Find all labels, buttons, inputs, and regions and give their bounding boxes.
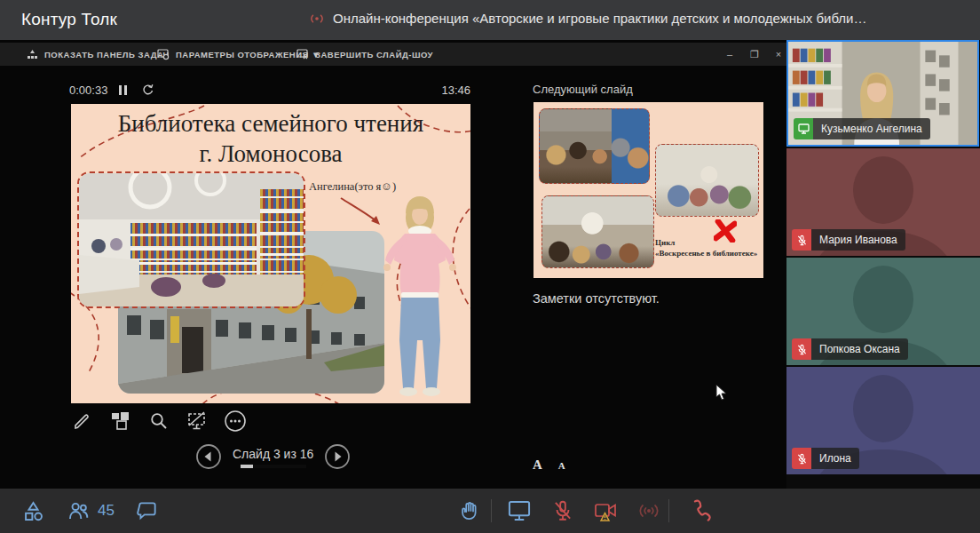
next-slide-photo-hall xyxy=(541,195,654,268)
app-window: Контур Толк Онлайн-конференция «Авторски… xyxy=(0,0,980,533)
next-slide-photo-activity xyxy=(655,144,759,217)
restart-timer-button[interactable] xyxy=(142,84,154,96)
show-taskbar-button[interactable]: ПОКАЗАТЬ ПАНЕЛЬ ЗАДАЧ xyxy=(27,43,170,66)
participant-tile-video[interactable]: Кузьменко Ангелина xyxy=(786,40,979,147)
next-slide-caption: Цикл «Воскресенье в библиотеке» xyxy=(655,237,762,259)
end-slideshow-icon xyxy=(296,49,309,60)
toolbar-divider xyxy=(491,499,492,522)
screen-share-badge-icon xyxy=(794,118,813,139)
notes-text: Заметки отсутствуют. xyxy=(533,291,660,306)
screen-share-button[interactable] xyxy=(507,498,532,523)
slide-counter: Слайд 3 из 16 xyxy=(233,443,313,468)
participant-name: Мария Иванова xyxy=(811,229,905,251)
library-interior-photo xyxy=(77,171,305,308)
next-slide-thumbnail: Цикл «Воскресенье в библиотеке» xyxy=(533,102,763,278)
participant-tile[interactable]: Попкова Оксана xyxy=(786,258,980,365)
clock: 13:46 xyxy=(441,84,470,97)
minimize-button[interactable]: – xyxy=(721,46,739,62)
see-all-slides-button[interactable] xyxy=(107,408,134,434)
mic-off-badge-icon xyxy=(792,338,811,360)
meeting-title: Онлайн-конференция «Авторские и игровые … xyxy=(333,11,866,26)
slide-progress-bar xyxy=(241,465,306,468)
zoom-slide-button[interactable] xyxy=(146,408,172,434)
participant-name: Кузьменко Ангелина xyxy=(813,118,930,139)
next-slide-label: Следующий слайд xyxy=(533,83,633,96)
participant-count: 45 xyxy=(98,502,115,520)
camera-off-warning-button[interactable] xyxy=(593,498,618,523)
layout-shapes-button[interactable] xyxy=(21,499,45,523)
mic-off-button[interactable] xyxy=(550,498,575,523)
decrease-font-button[interactable]: A xyxy=(558,460,565,471)
presenter-figure xyxy=(380,191,460,397)
end-call-button[interactable] xyxy=(686,498,711,523)
restore-button[interactable]: ❐ xyxy=(746,46,763,62)
participant-name: Попкова Оксана xyxy=(811,338,908,360)
more-options-button[interactable] xyxy=(222,408,249,434)
elapsed-timer: 0:00:33 xyxy=(69,84,107,97)
participant-badge: Кузьменко Ангелина xyxy=(794,118,930,139)
participants-panel: Кузьменко Ангелина Мария Иванова xyxy=(786,40,980,489)
mic-off-badge-icon xyxy=(792,229,811,251)
close-button[interactable]: × xyxy=(770,46,786,62)
presenter-annotation: Ангелина(это я☺) xyxy=(309,180,396,194)
presenter-toolbar: ПОКАЗАТЬ ПАНЕЛЬ ЗАДАЧ ПАРАМЕТРЫ ОТОБРАЖЕ… xyxy=(0,43,786,66)
chat-button[interactable] xyxy=(136,499,159,522)
raise-hand-button[interactable] xyxy=(457,498,482,523)
live-broadcast-icon xyxy=(309,12,325,25)
slide-title: Библиотека семейного чтения г. Ломоносов… xyxy=(71,108,470,169)
toolbar-divider xyxy=(668,499,669,522)
increase-font-button[interactable]: A xyxy=(533,457,542,473)
mic-off-badge-icon xyxy=(792,448,811,469)
annotation-arrow xyxy=(337,195,383,230)
bottom-toolbar: 45 xyxy=(0,489,980,533)
meeting-title-group: Онлайн-конференция «Авторские и игровые … xyxy=(309,11,866,26)
broadcast-button[interactable] xyxy=(636,498,661,523)
slide-navigation: Слайд 3 из 16 xyxy=(195,443,351,470)
next-slide-photo-audience xyxy=(539,108,650,184)
next-slide-button[interactable] xyxy=(324,443,351,470)
participant-tile[interactable]: Илона xyxy=(786,367,980,474)
participants-button[interactable] xyxy=(67,499,91,523)
black-screen-button[interactable] xyxy=(184,408,210,434)
presenter-tools xyxy=(69,408,249,434)
display-settings-icon xyxy=(157,49,170,60)
participant-tile[interactable]: Мария Иванова xyxy=(786,148,980,256)
top-bar: Контур Толк Онлайн-конференция «Авторски… xyxy=(0,0,980,40)
participant-name: Илона xyxy=(811,448,859,469)
previous-slide-button[interactable] xyxy=(195,443,222,470)
pen-tool-button[interactable] xyxy=(69,408,96,434)
timer-row: 0:00:33 13:46 xyxy=(69,84,470,99)
notes-font-controls: A A xyxy=(533,457,565,473)
end-slideshow-button[interactable]: ЗАВЕРШИТЬ СЛАЙД-ШОУ xyxy=(296,43,433,66)
restart-icon xyxy=(142,84,154,96)
shared-screen: ПОКАЗАТЬ ПАНЕЛЬ ЗАДАЧ ПАРАМЕТРЫ ОТОБРАЖЕ… xyxy=(0,40,786,489)
mouse-cursor xyxy=(715,385,728,401)
taskbar-icon xyxy=(27,49,38,60)
app-logo: Контур Толк xyxy=(21,10,117,29)
current-slide[interactable]: Библиотека семейного чтения г. Ломоносов… xyxy=(71,104,470,403)
pause-timer-button[interactable] xyxy=(119,85,127,95)
